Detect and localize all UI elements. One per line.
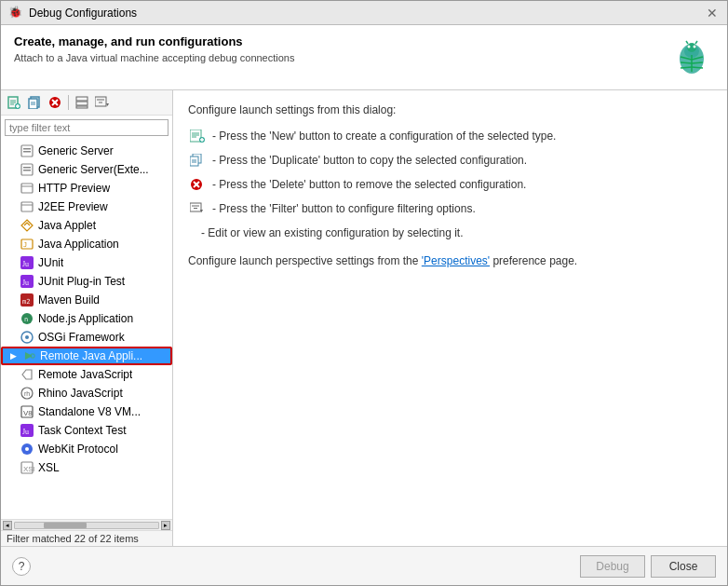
svg-text:m2: m2 [22,298,30,306]
tree-item-icon-http-preview [20,181,34,196]
edit-dash [188,225,195,240]
tree-item-label-junit-plugin: JUnit Plug-in Test [38,275,125,288]
scroll-track[interactable] [14,522,159,529]
scroll-thumb [44,523,87,528]
left-panel: Generic ServerGeneric Server(Exte...HTTP… [1,90,173,546]
svg-rect-84 [190,203,201,211]
tree-item-icon-remote-javascript [20,367,34,382]
perspectives-link[interactable]: 'Perspectives' [422,254,490,267]
filter-icon [188,201,207,216]
tree-item-j2ee-preview[interactable]: J2EE Preview [1,198,172,216]
title-bar: 🐞 Debug Configurations ✕ [1,1,727,25]
svg-text:V8: V8 [23,409,33,417]
svg-text:Ju: Ju [22,260,29,268]
tree-item-label-xsl: XSL [38,461,60,474]
tree-item-http-preview[interactable]: HTTP Preview [1,179,172,198]
footer: ? Debug Close [1,546,727,585]
filter-instruction: - Press the 'Filter' button to configure… [188,200,712,217]
tree-item-java-applet[interactable]: Java Applet [1,216,172,235]
perspectives-text-2: preference page. [490,254,577,267]
dup-instruction-text: - Press the 'Duplicate' button to copy t… [212,152,527,169]
svg-rect-29 [76,102,88,105]
delete-config-button[interactable] [46,93,64,112]
tree-item-remote-javascript[interactable]: Remote JavaScript [1,365,172,384]
tree-item-label-osgi: OSGi Framework [38,331,125,344]
tree-item-webkit-protocol[interactable]: WebKit Protocol [1,440,172,458]
debug-configurations-dialog: 🐞 Debug Configurations ✕ Create, manage,… [0,0,728,586]
tree-item-icon-standalone-v8: V8 [20,404,34,419]
new-icon [188,129,207,143]
tree-item-generic-server[interactable]: Generic Server [1,142,172,160]
svg-line-5 [681,62,692,63]
tree-item-label-java-application: Java Application [38,238,119,251]
svg-text:n: n [24,316,28,323]
svg-line-12 [686,41,688,44]
scroll-right-arrow[interactable]: ▸ [161,521,170,530]
svg-rect-37 [23,151,31,153]
filter-instruction-text: - Press the 'Filter' button to configure… [212,200,476,217]
close-button[interactable]: Close [651,555,716,578]
tree-item-maven-build[interactable]: m2Maven Build [1,291,172,309]
tree-item-label-maven-build: Maven Build [38,293,100,307]
tree-item-icon-remote-java [21,348,36,363]
tree-item-task-context-test[interactable]: JuTask Context Test [1,421,172,440]
tree-item-xsl[interactable]: XSLXSL [1,458,172,477]
svg-line-13 [695,41,697,44]
del-instruction: - Press the 'Delete' button to remove th… [188,176,712,193]
svg-rect-43 [21,202,33,211]
tree-item-icon-rhino-javascript: rh [20,386,34,401]
tree-item-icon-java-application: J [20,237,34,252]
tree-item-standalone-v8[interactable]: V8Standalone V8 VM... [1,402,172,421]
svg-point-11 [694,46,696,48]
tree-item-rhino-javascript[interactable]: rhRhino JavaScript [1,384,172,402]
tree-item-java-application[interactable]: JJava Application [1,235,172,253]
edit-instruction: - Edit or view an existing configuration… [188,225,712,241]
filter-input[interactable] [5,119,169,136]
del-instruction-text: - Press the 'Delete' button to remove th… [212,176,526,193]
duplicate-config-button[interactable] [25,93,44,112]
svg-text:Ju: Ju [22,428,29,436]
tree-item-icon-junit: Ju [20,255,34,270]
tree-item-label-junit: JUnit [38,256,63,269]
right-panel: Configure launch settings from this dial… [173,90,727,546]
tree-item-junit-plugin[interactable]: JuJUnit Plug-in Test [1,272,172,291]
filter-button[interactable] [93,93,112,112]
debug-button[interactable]: Debug [580,555,645,578]
tree-item-remote-java[interactable]: ▶Remote Java Appli... [1,347,172,365]
tree-item-label-generic-server: Generic Server [38,144,114,157]
svg-marker-57 [25,352,33,360]
instruction-list: - Press the 'New' button to create a con… [188,128,712,241]
tree-item-label-rhino-javascript: Rhino JavaScript [38,387,123,400]
scroll-left-arrow[interactable]: ◂ [3,521,12,530]
tree-item-generic-server-ext[interactable]: Generic Server(Exte... [1,160,172,179]
dup-instruction: - Press the 'Duplicate' button to copy t… [188,152,712,169]
edit-instruction-text: - Edit or view an existing configuration… [201,225,463,241]
tree-item-label-standalone-v8: Standalone V8 VM... [38,405,141,418]
svg-rect-39 [23,167,31,169]
tree-item-label-task-context-test: Task Context Test [38,424,127,437]
svg-rect-31 [95,97,106,106]
svg-text:Ju: Ju [22,279,29,287]
new-config-button[interactable] [5,93,23,112]
right-intro-text: Configure launch settings from this dial… [188,103,712,116]
perspectives-text: Configure launch perspective settings fr… [188,254,712,267]
header-section: Create, manage, and run configurations A… [1,25,727,90]
tree-item-osgi[interactable]: OSGi Framework [1,328,172,347]
horizontal-scrollbar[interactable]: ◂ ▸ [1,519,172,530]
new-instruction-text: - Press the 'New' button to create a con… [212,128,556,144]
svg-point-67 [25,447,29,451]
filter-status: Filter matched 22 of 22 items [1,530,172,546]
tree-item-icon-xsl: XSL [20,460,34,475]
collapse-all-button[interactable] [73,93,91,112]
tree-item-nodejs[interactable]: nNode.js Application [1,309,172,328]
tree-item-icon-generic-server-ext [20,162,34,177]
tree-item-junit[interactable]: JuJUnit [1,253,172,272]
svg-line-9 [692,67,703,68]
del-icon [188,177,207,192]
main-content: Generic ServerGeneric Server(Exte...HTTP… [1,90,727,546]
help-button[interactable]: ? [12,557,31,576]
close-window-button[interactable]: ✕ [705,7,720,20]
svg-line-6 [681,67,692,68]
tree-item-label-http-preview: HTTP Preview [38,182,110,195]
svg-line-8 [692,62,703,63]
